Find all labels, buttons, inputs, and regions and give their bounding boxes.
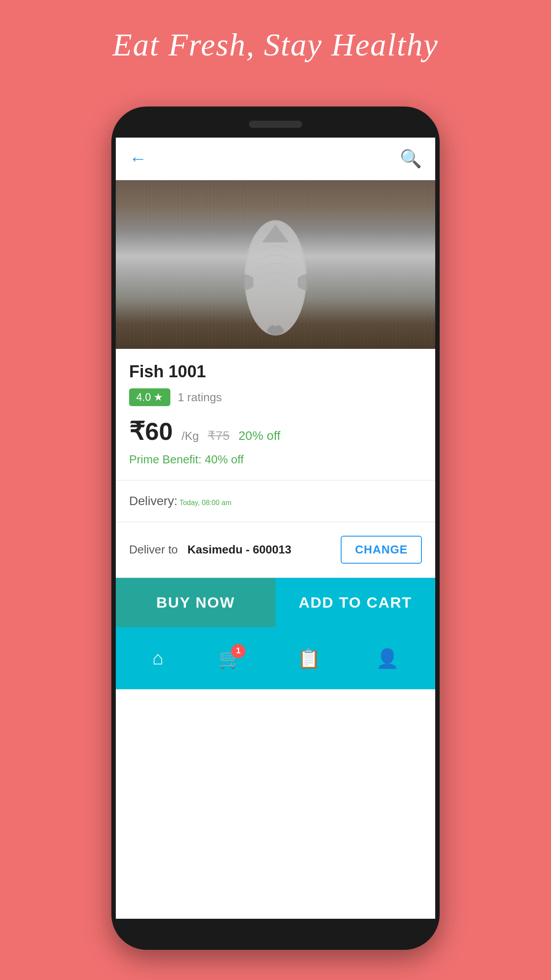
phone-outer: ← 🔍 [111,107,440,950]
product-details: Fish 1001 4.0 ★ 1 ratings ₹60 /Kg ₹75 20… [116,349,435,481]
product-image [116,180,435,349]
prime-benefit-label: Prime Benefit: [129,453,201,466]
delivery-section: Delivery: Today, 08:00 am [116,481,435,522]
speaker [249,121,302,128]
deliver-to-text: Deliver to Kasimedu - 600013 [129,543,291,557]
current-price: ₹60 [129,417,173,446]
search-icon[interactable]: 🔍 [400,148,422,169]
nav-contacts[interactable]: 📋 [297,648,320,669]
discount-badge: 20% off [238,429,280,443]
deliver-to-label: Deliver to [129,543,178,556]
fish-svg [213,189,338,349]
app-screen: ← 🔍 [116,138,435,919]
cart-badge: 1 [231,644,245,658]
prime-benefit: Prime Benefit: 40% off [129,453,422,466]
rating-star: ★ [153,391,163,403]
phone-top-bar [116,111,435,138]
price-row: ₹60 /Kg ₹75 20% off [129,417,422,446]
rating-value: 4.0 [136,391,151,403]
product-name: Fish 1001 [129,362,422,381]
deliver-to-section: Deliver to Kasimedu - 600013 CHANGE [116,522,435,578]
price-unit: /Kg [181,429,199,443]
nav-cart[interactable]: 🛒 1 [219,648,242,669]
nav-home[interactable]: ⌂ [152,648,163,669]
contacts-icon: 📋 [297,648,320,669]
add-to-cart-button[interactable]: ADD TO CART [276,578,435,627]
app-header: ← 🔍 [116,138,435,180]
home-icon: ⌂ [152,648,163,669]
product-photo [116,180,435,349]
rating-row: 4.0 ★ 1 ratings [129,388,422,406]
change-button[interactable]: CHANGE [341,536,422,564]
original-price: ₹75 [208,428,229,443]
rating-badge: 4.0 ★ [129,388,170,406]
bottom-nav: ⌂ 🛒 1 📋 👤 [116,627,435,689]
action-buttons: BUY NOW ADD TO CART [116,578,435,627]
back-button[interactable]: ← [129,149,147,169]
deliver-to-address: Kasimedu - 600013 [188,543,291,556]
page-title: Eat Fresh, Stay Healthy [0,0,551,81]
buy-now-button[interactable]: BUY NOW [116,578,276,627]
profile-icon: 👤 [376,648,399,669]
phone-mockup: ← 🔍 [111,107,440,950]
nav-profile[interactable]: 👤 [376,648,399,669]
prime-benefit-value: 40% off [205,453,244,466]
ratings-count: 1 ratings [177,391,222,404]
delivery-time: Today, 08:00 am [179,499,231,506]
delivery-label: Delivery: [129,494,177,508]
phone-bottom-bar [116,919,435,945]
